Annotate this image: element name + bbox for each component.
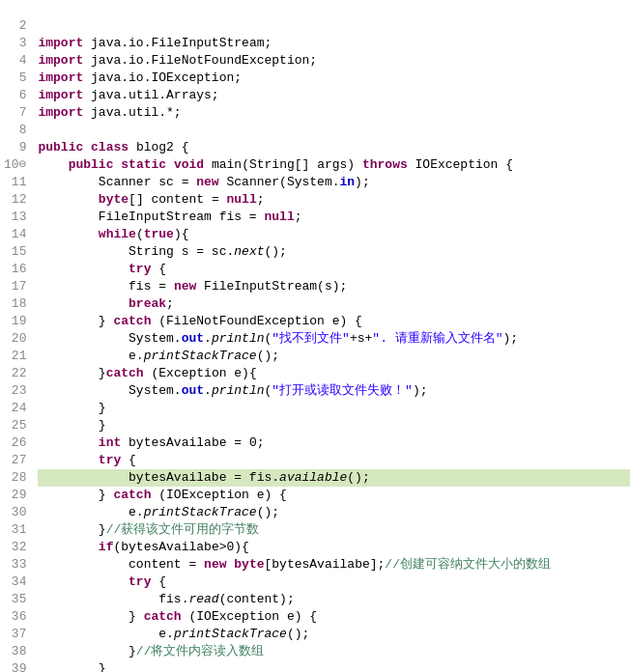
- line-num: 12: [4, 191, 26, 209]
- line-num: 35: [4, 591, 26, 608]
- line-num: 14: [4, 226, 26, 243]
- line-num: 16: [4, 261, 26, 278]
- line-num: 2: [4, 17, 26, 35]
- code-line: FileInputStream fis = null;: [38, 209, 630, 226]
- line-num: 24: [4, 400, 26, 417]
- line-num: 7: [4, 104, 26, 122]
- code-line: }: [38, 400, 630, 417]
- code-line: Scanner sc = new Scanner(System.in);: [38, 174, 630, 191]
- line-numbers: 2 3 4 5 6 7 8 9 10⊖ 11 12 13 14 15 16 17…: [0, 0, 34, 672]
- code-line: import java.io.FileInputStream;: [38, 35, 630, 52]
- code-line: import java.io.FileNotFoundException;: [38, 52, 630, 70]
- code-line: }catch (Exception e){: [38, 365, 630, 382]
- code-line: int bytesAvailabe = 0;: [38, 434, 630, 452]
- code-line: } catch (IOException e) {: [38, 487, 630, 504]
- code-line: } catch (IOException e) {: [38, 608, 630, 626]
- code-line: import java.util.Arrays;: [38, 87, 630, 104]
- line-num: 5: [4, 70, 26, 87]
- line-num: 38: [4, 643, 26, 660]
- code-editor: 2 3 4 5 6 7 8 9 10⊖ 11 12 13 14 15 16 17…: [0, 0, 630, 672]
- line-num: 3: [4, 35, 26, 52]
- code-line: try {: [38, 574, 630, 591]
- line-num: [4, 0, 26, 17]
- line-num: 27: [4, 452, 26, 469]
- line-num: 21: [4, 348, 26, 365]
- line-num: 13: [4, 209, 26, 226]
- code-line-highlighted: bytesAvailabe = fis.available();: [38, 469, 630, 487]
- line-num: 19: [4, 313, 26, 330]
- code-line: try {: [38, 452, 630, 469]
- code-line: System.out.println("找不到文件"+s+". 请重新输入文件名…: [38, 330, 630, 348]
- line-num: 15: [4, 243, 26, 261]
- code-line: import java.io.IOException;: [38, 70, 630, 87]
- line-num: 22: [4, 365, 26, 382]
- code-line: fis.read(content);: [38, 591, 630, 608]
- code-line: }//获得该文件可用的字节数: [38, 521, 630, 539]
- line-num: 31: [4, 521, 26, 539]
- code-line: String s = sc.next();: [38, 243, 630, 261]
- code-line: import java.util.*;: [38, 104, 630, 122]
- line-num: 28: [4, 469, 26, 487]
- line-num: 25: [4, 417, 26, 434]
- line-num: 11: [4, 174, 26, 191]
- line-num: 26: [4, 434, 26, 452]
- code-line: System.out.println("打开或读取文件失败！");: [38, 382, 630, 400]
- line-num: 30: [4, 504, 26, 521]
- code-line: public static void main(String[] args) t…: [38, 156, 630, 174]
- code-line: content = new byte[bytesAvailabe];//创建可容…: [38, 556, 630, 574]
- code-line: try {: [38, 261, 630, 278]
- code-line: } catch (FileNotFoundException e) {: [38, 313, 630, 330]
- code-line: public class blog2 {: [38, 139, 630, 156]
- line-num: 23: [4, 382, 26, 400]
- code-line: e.printStackTrace();: [38, 504, 630, 521]
- line-num: 32: [4, 539, 26, 556]
- line-num: 4: [4, 52, 26, 70]
- code-line: [38, 122, 630, 139]
- code-line: [38, 0, 630, 17]
- code-area: 2 3 4 5 6 7 8 9 10⊖ 11 12 13 14 15 16 17…: [0, 0, 630, 672]
- code-line: [38, 17, 630, 35]
- line-num: 34: [4, 574, 26, 591]
- code-line: e.printStackTrace();: [38, 348, 630, 365]
- code-line: byte[] content = null;: [38, 191, 630, 209]
- line-num: 17: [4, 278, 26, 295]
- code-line: fis = new FileInputStream(s);: [38, 278, 630, 295]
- line-num: 18: [4, 295, 26, 313]
- code-line: while(true){: [38, 226, 630, 243]
- line-num: 9: [4, 139, 26, 156]
- code-content[interactable]: import java.io.FileInputStream; import j…: [34, 0, 630, 672]
- line-num: 20: [4, 330, 26, 348]
- code-line: }: [38, 417, 630, 434]
- code-line: }//将文件内容读入数组: [38, 643, 630, 660]
- line-num: 36: [4, 608, 26, 626]
- line-num: 39: [4, 660, 26, 672]
- line-num: 29: [4, 487, 26, 504]
- line-num: 8: [4, 122, 26, 139]
- code-line: break;: [38, 295, 630, 313]
- code-line: e.printStackTrace();: [38, 626, 630, 643]
- line-num: 6: [4, 87, 26, 104]
- line-num: 33: [4, 556, 26, 574]
- line-num: 10⊖: [4, 156, 26, 174]
- code-line: }: [38, 660, 630, 672]
- code-line: if(bytesAvailabe>0){: [38, 539, 630, 556]
- line-num: 37: [4, 626, 26, 643]
